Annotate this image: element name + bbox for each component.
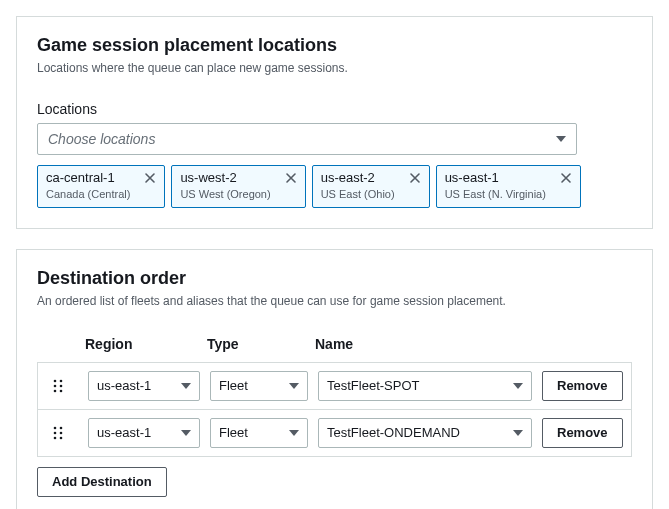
close-icon[interactable] <box>409 170 421 184</box>
locations-label: Locations <box>37 101 632 117</box>
location-tag-name: US West (Oregon) <box>180 187 270 201</box>
drag-handle-icon[interactable] <box>38 379 78 393</box>
name-select[interactable]: TestFleet-SPOT <box>318 371 532 401</box>
destination-desc: An ordered list of fleets and aliases th… <box>37 293 632 310</box>
svg-point-5 <box>60 389 63 392</box>
placement-header: Game session placement locations Locatio… <box>17 17 652 89</box>
column-region: Region <box>85 336 207 352</box>
location-tag-code: us-east-1 <box>445 170 546 187</box>
location-tag: us-east-1 US East (N. Virginia) <box>436 165 581 208</box>
location-tag: us-east-2 US East (Ohio) <box>312 165 430 208</box>
destination-header: Destination order An ordered list of fle… <box>17 250 652 322</box>
region-select[interactable]: us-east-1 <box>88 418 200 448</box>
placement-desc: Locations where the queue can place new … <box>37 60 632 77</box>
svg-point-4 <box>54 389 57 392</box>
location-tag-name: US East (N. Virginia) <box>445 187 546 201</box>
chevron-down-icon <box>556 136 566 142</box>
destination-row: us-east-1 Fleet TestFleet-ONDEMAND Remov… <box>37 410 632 457</box>
type-value: Fleet <box>219 425 248 440</box>
svg-point-0 <box>54 379 57 382</box>
column-type: Type <box>207 336 315 352</box>
name-value: TestFleet-SPOT <box>327 378 419 393</box>
location-tag-code: us-west-2 <box>180 170 270 187</box>
destination-panel: Destination order An ordered list of fle… <box>16 249 653 509</box>
close-icon[interactable] <box>560 170 572 184</box>
svg-point-3 <box>60 384 63 387</box>
type-select[interactable]: Fleet <box>210 418 308 448</box>
name-value: TestFleet-ONDEMAND <box>327 425 460 440</box>
region-value: us-east-1 <box>97 378 151 393</box>
name-select[interactable]: TestFleet-ONDEMAND <box>318 418 532 448</box>
svg-point-9 <box>60 431 63 434</box>
placement-panel: Game session placement locations Locatio… <box>16 16 653 229</box>
location-tag: us-west-2 US West (Oregon) <box>171 165 305 208</box>
location-tag-name: US East (Ohio) <box>321 187 395 201</box>
locations-select[interactable]: Choose locations <box>37 123 577 155</box>
svg-point-8 <box>54 431 57 434</box>
region-value: us-east-1 <box>97 425 151 440</box>
svg-point-6 <box>54 426 57 429</box>
svg-point-7 <box>60 426 63 429</box>
location-tags: ca-central-1 Canada (Central) us-west-2 … <box>37 165 632 208</box>
close-icon[interactable] <box>144 170 156 184</box>
location-tag-code: us-east-2 <box>321 170 395 187</box>
remove-button[interactable]: Remove <box>542 418 623 448</box>
region-select[interactable]: us-east-1 <box>88 371 200 401</box>
column-name: Name <box>315 336 539 352</box>
type-select[interactable]: Fleet <box>210 371 308 401</box>
svg-point-2 <box>54 384 57 387</box>
svg-point-1 <box>60 379 63 382</box>
locations-select-placeholder: Choose locations <box>48 131 155 147</box>
svg-point-11 <box>60 436 63 439</box>
location-tag: ca-central-1 Canada (Central) <box>37 165 165 208</box>
drag-handle-icon[interactable] <box>38 426 78 440</box>
chevron-down-icon <box>289 383 299 389</box>
close-icon[interactable] <box>285 170 297 184</box>
chevron-down-icon <box>289 430 299 436</box>
destination-title: Destination order <box>37 268 632 289</box>
destination-row: us-east-1 Fleet TestFleet-SPOT Remove <box>37 362 632 410</box>
chevron-down-icon <box>181 383 191 389</box>
add-destination-button[interactable]: Add Destination <box>37 467 167 497</box>
type-value: Fleet <box>219 378 248 393</box>
placement-title: Game session placement locations <box>37 35 632 56</box>
destination-table-head: Region Type Name <box>37 336 632 352</box>
location-tag-code: ca-central-1 <box>46 170 130 187</box>
svg-point-10 <box>54 436 57 439</box>
chevron-down-icon <box>513 430 523 436</box>
chevron-down-icon <box>513 383 523 389</box>
remove-button[interactable]: Remove <box>542 371 623 401</box>
chevron-down-icon <box>181 430 191 436</box>
location-tag-name: Canada (Central) <box>46 187 130 201</box>
